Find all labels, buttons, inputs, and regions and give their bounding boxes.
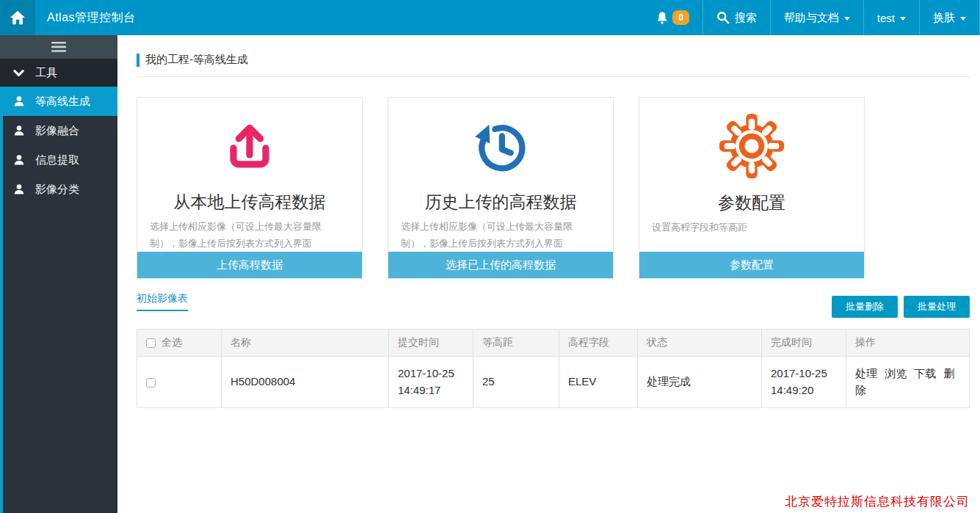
user-label: test	[877, 12, 895, 24]
hamburger-icon	[51, 42, 66, 52]
sidebar-submenu: 等高线生成 影像融合 信息提取 影像分类	[0, 87, 117, 513]
chevron-down-icon	[13, 69, 24, 77]
action-process-link[interactable]: 处理	[855, 367, 877, 379]
card-description: 选择上传相应影像（可设上传最大容量限制），影像上传后按列表方式列入界面	[137, 214, 362, 252]
card-history-elevation: 历史上传的高程数据 选择上传相应影像（可设上传最大容量限制），影像上传后按列表方…	[388, 97, 614, 279]
home-icon	[10, 10, 26, 26]
column-name: 名称	[222, 330, 389, 357]
help-menu[interactable]: 帮助与文档	[770, 0, 863, 35]
sidebar-item-image-classification[interactable]: 影像分类	[3, 175, 117, 204]
cell-name: H50D008004	[222, 357, 389, 408]
app-window: Atlas管理控制台 0 搜索 帮助与文档 test 换肤	[0, 0, 980, 513]
sidebar-item-label: 影像分类	[35, 183, 79, 197]
skin-label: 换肤	[933, 11, 955, 25]
table-row: H50D008004 2017-10-25 14:49:17 25 ELEV 处…	[137, 357, 970, 408]
breadcrumb-text: 我的工程-等高线生成	[145, 53, 248, 67]
select-all-checkbox[interactable]	[146, 338, 156, 348]
status-badge: 处理完成	[638, 357, 762, 408]
app-title: Atlas管理控制台	[35, 0, 136, 35]
column-finish-time: 完成时间	[762, 330, 846, 357]
notification-badge: 0	[672, 10, 689, 25]
home-button[interactable]	[0, 0, 35, 35]
search-icon	[716, 11, 730, 24]
cell-actions: 处理 浏览 下载 删除	[846, 357, 970, 408]
bell-icon	[656, 11, 669, 25]
column-status: 状态	[638, 330, 762, 357]
column-contour-interval: 等高距	[473, 330, 559, 357]
card-description: 设置高程字段和等高距	[639, 214, 864, 236]
notifications-button[interactable]: 0	[642, 0, 703, 35]
card-title: 从本地上传高程数据	[137, 191, 362, 214]
navbar-right: 0 搜索 帮助与文档 test 换肤	[642, 0, 980, 35]
batch-process-button[interactable]: 批量处理	[904, 296, 970, 318]
card-upload-elevation: 从本地上传高程数据 选择上传相应影像（可设上传最大容量限制），影像上传后按列表方…	[137, 97, 363, 279]
user-icon	[13, 183, 25, 195]
card-title: 参数配置	[639, 192, 864, 214]
sidebar-group-label: 工具	[35, 66, 57, 80]
cell-contour-interval: 25	[473, 357, 559, 408]
history-icon	[468, 114, 533, 179]
sidebar-toggle[interactable]	[0, 35, 117, 59]
help-label: 帮助与文档	[784, 11, 839, 25]
list-toolbar: 初始影像表 批量删除 批量处理	[137, 292, 970, 318]
card-description: 选择上传相应影像（可设上传最大容量限制），影像上传后按列表方式列入界面	[388, 214, 613, 252]
column-actions: 操作	[846, 330, 970, 357]
caret-down-icon	[900, 17, 906, 21]
row-checkbox[interactable]	[146, 378, 156, 388]
gear-icon	[718, 112, 785, 180]
sidebar-group-tools[interactable]: 工具	[0, 59, 117, 87]
card-title: 历史上传的高程数据	[388, 191, 613, 214]
skin-menu[interactable]: 换肤	[919, 0, 980, 35]
user-icon	[13, 125, 25, 137]
cell-finish-time: 2017-10-25 14:49:20	[762, 357, 846, 408]
tab-initial-image-table[interactable]: 初始影像表	[137, 292, 188, 311]
top-navbar: Atlas管理控制台 0 搜索 帮助与文档 test 换肤	[0, 0, 980, 35]
sidebar-item-label: 信息提取	[35, 153, 79, 167]
search-label: 搜索	[735, 11, 757, 25]
column-submit-time: 提交时间	[389, 330, 473, 357]
footer-company: 北京爱特拉斯信息科技有限公司	[785, 493, 970, 510]
action-view-link[interactable]: 浏览	[885, 367, 907, 379]
upload-elevation-button[interactable]: 上传高程数据	[137, 252, 362, 278]
column-select-all: 全选	[137, 330, 222, 357]
user-icon	[13, 95, 25, 107]
sidebar: 工具 等高线生成 影像融合 信息提取 影像分类	[0, 35, 117, 513]
breadcrumb-marker	[137, 54, 139, 67]
image-table: 全选 名称 提交时间 等高距 高程字段 状态 完成时间 操作 H50D00800…	[137, 329, 970, 408]
action-cards: 从本地上传高程数据 选择上传相应影像（可设上传最大容量限制），影像上传后按列表方…	[137, 97, 970, 279]
action-download-link[interactable]: 下载	[914, 367, 936, 379]
search-button[interactable]: 搜索	[703, 0, 770, 35]
sidebar-item-info-extraction[interactable]: 信息提取	[3, 145, 117, 175]
cell-submit-time: 2017-10-25 14:49:17	[389, 357, 473, 408]
column-label: 全选	[161, 336, 182, 348]
cell-elevation-field: ELEV	[559, 357, 638, 408]
card-parameter-config: 参数配置 设置高程字段和等高距 参数配置	[639, 97, 865, 279]
table-header-row: 全选 名称 提交时间 等高距 高程字段 状态 完成时间 操作	[137, 330, 970, 357]
caret-down-icon	[844, 17, 850, 21]
column-elevation-field: 高程字段	[559, 330, 638, 357]
user-menu[interactable]: test	[863, 0, 919, 35]
batch-delete-button[interactable]: 批量删除	[832, 296, 898, 318]
parameter-config-button[interactable]: 参数配置	[639, 252, 864, 278]
breadcrumb: 我的工程-等高线生成	[137, 35, 970, 77]
sidebar-item-label: 等高线生成	[35, 95, 90, 109]
upload-icon	[217, 114, 282, 179]
select-uploaded-elevation-button[interactable]: 选择已上传的高程数据	[388, 252, 613, 278]
caret-down-icon	[960, 17, 966, 21]
user-icon	[13, 154, 25, 166]
main-content: 我的工程-等高线生成 从本地上传高程数据 选择上传相应影像（可设上传最大容量限制…	[117, 35, 980, 513]
sidebar-item-label: 影像融合	[35, 124, 79, 138]
sidebar-item-contour-generation[interactable]: 等高线生成	[0, 87, 117, 116]
sidebar-item-image-fusion[interactable]: 影像融合	[3, 116, 117, 145]
